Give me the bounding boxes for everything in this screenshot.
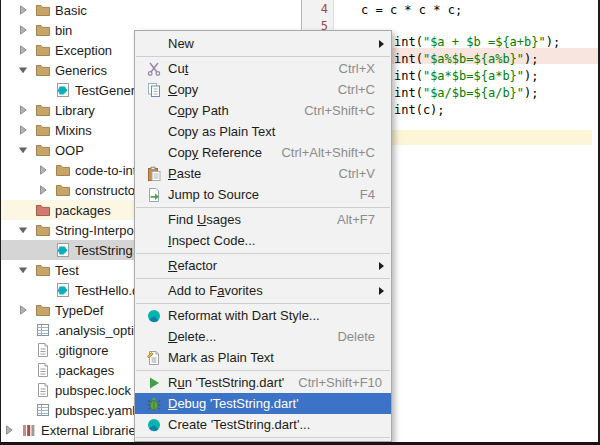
- dart-file-icon: [55, 82, 71, 98]
- chevron-collapsed-icon[interactable]: [35, 162, 51, 178]
- yaml-file-icon: [35, 322, 51, 338]
- menu-item-paste[interactable]: PasteCtrl+V: [135, 163, 391, 184]
- menu-icon-spacer: [145, 233, 162, 249]
- tree-item-label: Generics: [55, 63, 107, 78]
- chevron-collapsed-icon[interactable]: [15, 122, 31, 138]
- menu-icon-spacer: [145, 124, 162, 140]
- chevron-expanded-icon[interactable]: [15, 62, 31, 78]
- menu-item-label: Copy Reference: [168, 145, 262, 160]
- menu-item-find-usages[interactable]: Find UsagesAlt+F7: [135, 209, 391, 230]
- menu-label-text: Cop: [168, 145, 192, 160]
- chevron-expanded-icon[interactable]: [15, 222, 31, 238]
- menu-item-label: Jump to Source: [168, 187, 259, 202]
- menu-item-copy-path[interactable]: Copy PathCtrl+Shift+C: [135, 100, 391, 121]
- menu-item-copy-reference[interactable]: Copy ReferenceCtrl+Alt+Shift+C: [135, 142, 391, 163]
- menu-icon-spacer: [145, 283, 162, 299]
- menu-item-run-teststring-dart[interactable]: Run 'TestString.dart'Ctrl+Shift+F10: [135, 372, 391, 393]
- code-text: int(: [394, 35, 423, 49]
- tree-arrow-spacer: [15, 202, 31, 218]
- tree-item-label: .packages: [55, 363, 114, 378]
- folder-icon: [35, 222, 51, 238]
- chevron-collapsed-icon[interactable]: [15, 302, 31, 318]
- menu-item-mark-as-plain-text[interactable]: Mark as Plain Text: [135, 347, 391, 368]
- menu-item-delete[interactable]: Delete...Delete: [135, 326, 391, 347]
- menu-item-label: Debug 'TestString.dart': [168, 396, 299, 411]
- folder-icon: [55, 182, 71, 198]
- tree-arrow-spacer: [15, 402, 31, 418]
- menu-item-jump-to-source[interactable]: Jump to SourceF4: [135, 184, 391, 205]
- menu-label-text: vorites: [224, 283, 262, 298]
- menu-separator-line: [136, 207, 390, 208]
- tree-item-label: packages: [55, 203, 111, 218]
- menu-item-new[interactable]: New: [135, 33, 391, 54]
- code-line[interactable]: int("$a/$b=${a/b}");: [394, 85, 539, 102]
- menu-item-copy-as-plain-text[interactable]: Copy as Plain Text: [135, 121, 391, 142]
- text-file-icon: [35, 382, 51, 398]
- menu-item-label: Cut: [168, 61, 188, 76]
- menu-label-text: efactor: [177, 258, 217, 273]
- menu-item-add-to-favorites[interactable]: Add to Favorites: [135, 280, 391, 301]
- code-text: c = c * c * c;: [361, 3, 462, 17]
- folder-icon: [35, 302, 51, 318]
- code-line[interactable]: int("$a*$b=${a*b}");: [394, 68, 539, 85]
- chevron-collapsed-icon[interactable]: [15, 42, 31, 58]
- menu-label-text: Add to F: [168, 283, 217, 298]
- menu-item-label: Create 'TestString.dart'...: [168, 417, 310, 432]
- menu-label-text: n 'TestString.dart': [185, 375, 285, 390]
- tree-item-label: code-to-int: [75, 163, 136, 178]
- folder-icon: [55, 162, 71, 178]
- string-literal: "$a + $b =${a+b}": [423, 35, 546, 49]
- menu-item-label: New: [168, 36, 194, 51]
- menu-item-debug-teststring-dart[interactable]: Debug 'TestString.dart': [135, 393, 391, 414]
- tree-item-label: constructor: [75, 183, 139, 198]
- chevron-expanded-icon[interactable]: [15, 142, 31, 158]
- menu-item-shortcut: Alt+F7: [337, 212, 375, 227]
- menu-item-copy[interactable]: CopyCtrl+C: [135, 79, 391, 100]
- copy-icon: [145, 82, 162, 98]
- menu-label-text: D: [168, 396, 177, 411]
- menu-item-shortcut: Ctrl+Shift+C: [304, 103, 375, 118]
- context-menu: NewCutCtrl+XCopyCtrl+CCopy PathCtrl+Shif…: [134, 30, 392, 442]
- menu-item-shortcut: F4: [360, 187, 375, 202]
- menu-label-text: elete...: [177, 329, 216, 344]
- menu-item-label: Copy: [168, 82, 198, 97]
- submenu-arrow-triangle: [379, 287, 384, 295]
- run-icon: [145, 375, 162, 391]
- code-line[interactable]: int("$a%$b=${a%b}");: [394, 51, 539, 68]
- chevron-collapsed-icon[interactable]: [15, 102, 31, 118]
- menu-icon-spacer: [145, 145, 162, 161]
- chevron-collapsed-icon[interactable]: [15, 2, 31, 18]
- submenu-arrow-icon: [375, 40, 384, 48]
- menu-item-shortcut: Ctrl+X: [339, 61, 375, 76]
- tree-arrow-spacer: [15, 322, 31, 338]
- chevron-collapsed-icon[interactable]: [15, 22, 31, 38]
- menu-separator-line: [136, 303, 390, 304]
- menu-item-shortcut: Delete: [337, 329, 375, 344]
- folder-icon: [35, 102, 51, 118]
- menu-item-create-teststring-dart[interactable]: Create 'TestString.dart'...: [135, 414, 391, 435]
- menu-separator-line: [136, 370, 390, 371]
- menu-item-label: Add to Favorites: [168, 283, 263, 298]
- code-line[interactable]: c = c * c * c;: [361, 2, 462, 19]
- menu-item-inspect-code[interactable]: Inspect Code...: [135, 230, 391, 251]
- code-line[interactable]: int(c);: [394, 102, 445, 119]
- tree-item-basic[interactable]: Basic: [1, 0, 315, 20]
- jump-to-source-icon: [145, 187, 162, 203]
- tree-item-label: Basic: [55, 3, 87, 18]
- debug-bug-icon: [145, 396, 162, 412]
- chevron-collapsed-icon[interactable]: [1, 422, 17, 438]
- menu-item-cut[interactable]: CutCtrl+X: [135, 58, 391, 79]
- chevron-collapsed-icon[interactable]: [35, 182, 51, 198]
- chevron-expanded-icon[interactable]: [15, 262, 31, 278]
- dart-file-icon: [55, 282, 71, 298]
- menu-label-text: Reference: [198, 145, 262, 160]
- menu-label-text: t: [185, 61, 189, 76]
- submenu-arrow-triangle: [379, 40, 384, 48]
- external-libraries-icon: [21, 422, 37, 438]
- tree-item-label: TypeDef: [55, 303, 103, 318]
- menu-item-reformat-with-dart-style[interactable]: Reformat with Dart Style...: [135, 305, 391, 326]
- code-line[interactable]: int("$a + $b =${a+b}");: [394, 34, 560, 51]
- menu-item-refactor[interactable]: Refactor: [135, 255, 391, 276]
- ide-window: BasicbinExceptionGenericsTestGenericLibr…: [0, 0, 600, 445]
- string-literal: "$a%$b=${a%b}": [423, 52, 524, 66]
